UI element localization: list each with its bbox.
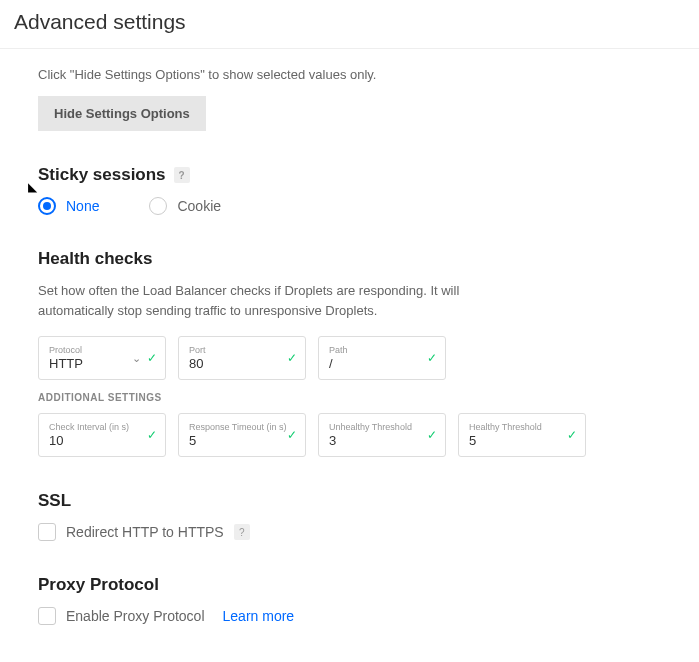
sticky-radio-none[interactable]: None: [38, 197, 99, 215]
chevron-down-icon: ⌄: [132, 352, 141, 365]
field-value: /: [329, 356, 435, 371]
check-icon: ✓: [287, 351, 297, 365]
radio-label-none: None: [66, 198, 99, 214]
proxy-enable-checkbox[interactable]: [38, 607, 56, 625]
sticky-sessions-title-text: Sticky sessions: [38, 165, 166, 185]
radio-icon: [38, 197, 56, 215]
unhealthy-threshold-input[interactable]: Unhealthy Threshold 3 ✓: [318, 413, 446, 457]
check-icon: ✓: [287, 428, 297, 442]
help-icon[interactable]: ?: [234, 524, 250, 540]
additional-settings-header: ADDITIONAL SETTINGS: [38, 392, 661, 403]
field-label: Path: [329, 345, 435, 355]
hide-settings-button[interactable]: Hide Settings Options: [38, 96, 206, 131]
help-icon[interactable]: ?: [174, 167, 190, 183]
learn-more-link[interactable]: Learn more: [223, 608, 295, 624]
path-input[interactable]: Path / ✓: [318, 336, 446, 380]
protocol-select[interactable]: Protocol HTTP ⌄ ✓: [38, 336, 166, 380]
sticky-sessions-section: Sticky sessions ? None Cookie: [38, 165, 661, 215]
field-value: 3: [329, 433, 435, 448]
radio-label-cookie: Cookie: [177, 198, 221, 214]
check-icon: ✓: [147, 351, 157, 365]
check-icon: ✓: [427, 428, 437, 442]
settings-content: Click "Hide Settings Options" to show se…: [0, 49, 699, 662]
page-title: Advanced settings: [0, 0, 699, 49]
sticky-radio-cookie[interactable]: Cookie: [149, 197, 221, 215]
ssl-redirect-checkbox[interactable]: [38, 523, 56, 541]
healthy-threshold-input[interactable]: Healthy Threshold 5 ✓: [458, 413, 586, 457]
health-main-fields: Protocol HTTP ⌄ ✓ Port 80 ✓ Path / ✓: [38, 336, 661, 380]
ssl-title: SSL: [38, 491, 661, 511]
field-value: 10: [49, 433, 155, 448]
health-additional-fields: Check Interval (in s) 10 ✓ Response Time…: [38, 413, 661, 457]
health-checks-title: Health checks: [38, 249, 661, 269]
health-checks-section: Health checks Set how often the Load Bal…: [38, 249, 661, 457]
field-value: 5: [469, 433, 575, 448]
radio-icon: [149, 197, 167, 215]
sticky-sessions-title: Sticky sessions ?: [38, 165, 661, 185]
port-input[interactable]: Port 80 ✓: [178, 336, 306, 380]
proxy-section: Proxy Protocol Enable Proxy Protocol Lea…: [38, 575, 661, 625]
check-icon: ✓: [567, 428, 577, 442]
field-label: Port: [189, 345, 295, 355]
check-icon: ✓: [147, 428, 157, 442]
field-label: Healthy Threshold: [469, 422, 575, 432]
proxy-checkbox-label: Enable Proxy Protocol: [66, 608, 205, 624]
hint-text: Click "Hide Settings Options" to show se…: [38, 67, 661, 82]
proxy-title: Proxy Protocol: [38, 575, 661, 595]
ssl-checkbox-row: Redirect HTTP to HTTPS ?: [38, 523, 661, 541]
ssl-section: SSL Redirect HTTP to HTTPS ?: [38, 491, 661, 541]
proxy-checkbox-row: Enable Proxy Protocol Learn more: [38, 607, 661, 625]
response-timeout-input[interactable]: Response Timeout (in s) 5 ✓: [178, 413, 306, 457]
field-value: 80: [189, 356, 295, 371]
sticky-radio-group: None Cookie: [38, 197, 661, 215]
ssl-checkbox-label: Redirect HTTP to HTTPS: [66, 524, 224, 540]
field-label: Unhealthy Threshold: [329, 422, 435, 432]
field-value: 5: [189, 433, 295, 448]
field-label: Check Interval (in s): [49, 422, 155, 432]
field-label: Response Timeout (in s): [189, 422, 295, 432]
health-checks-description: Set how often the Load Balancer checks i…: [38, 281, 518, 320]
check-icon: ✓: [427, 351, 437, 365]
check-interval-input[interactable]: Check Interval (in s) 10 ✓: [38, 413, 166, 457]
